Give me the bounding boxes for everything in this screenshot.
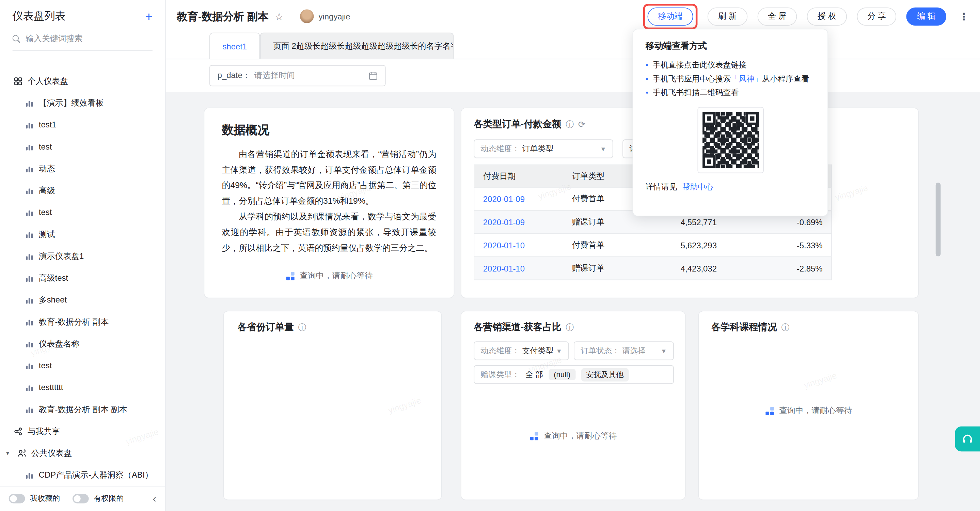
loading-icon [530,431,539,441]
collapse-sidebar-button[interactable]: ‹ [153,493,156,504]
sidebar-item[interactable]: 高级test [0,267,165,289]
permitted-toggle[interactable] [73,494,89,503]
table-cell: 付费首单 [563,187,638,210]
tab-page2[interactable]: 页面 2超级长超级长超级超级超级超级长的名字名字民资 [260,32,454,59]
info-icon[interactable]: ⓘ [566,322,574,333]
sidebar-item[interactable]: test [0,201,165,223]
loading-indicator: 查询中，请耐心等待 [461,430,685,441]
scrollbar-thumb[interactable] [936,183,941,256]
dashboard-content: 数据概况 由各营销渠道的订单金额表现来看，“营销活动”仍为主体渠道，获得效果较好… [165,92,980,511]
sidebar-item-label: 动态 [39,163,55,174]
dimension-dropdown[interactable]: 动态维度： 订单类型 ▼ [474,139,613,158]
gift-option-other[interactable]: 安抚及其他 [581,368,628,381]
sidebar-item[interactable]: 教育-数据分析 副本 [0,311,165,333]
sidebar-item[interactable]: test [0,355,165,376]
gift-type-filter[interactable]: 赠课类型： 全 部 (null) 安抚及其他 [474,365,673,384]
sidebar-item[interactable]: 动态 [0,158,165,180]
help-button[interactable] [955,427,980,451]
sidebar-item[interactable]: 高级 [0,180,165,201]
help-center-link[interactable]: 帮助中心 [682,183,713,191]
table-row: 2020-01-10 赠课订单 4,423,032 -2.85% [474,256,832,280]
overview-card: 数据概况 由各营销渠道的订单金额表现来看，“营销活动”仍为主体渠道，获得效果较好… [204,108,454,298]
sidebar-item[interactable]: 测试 [0,223,165,245]
date-picker[interactable]: p_date： 请选择时间 [209,65,386,86]
sidebar-item[interactable]: 演示仪表盘1 [0,245,165,267]
section-label: 公共仪表盘 [31,447,72,458]
sidebar-item[interactable]: 仪表盘名称 [0,333,165,354]
chart-icon [25,470,34,479]
bullet-icon: • [646,58,648,72]
column-header: 付费日期 [474,165,563,187]
share-button[interactable]: 分 享 [857,7,897,25]
dimension-dropdown[interactable]: 动态维度： 支付类型 ▼ [474,341,569,360]
table-cell: -5.33% [725,234,832,257]
province-card: 各省份订单量 ⓘ [223,311,442,500]
bullet-icon: • [646,72,648,86]
add-dashboard-button[interactable]: + [145,10,152,22]
page-title: 教育-数据分析 副本 [177,9,268,24]
popover-title: 移动端查看方式 [646,41,815,52]
dropdown-value: 请选择 [622,345,646,356]
chart-icon [25,230,34,239]
sidebar-section-shared[interactable]: 与我共享 [0,420,165,442]
refresh-button[interactable]: 刷 新 [708,7,748,25]
gift-option-all[interactable]: 全 部 [525,369,543,380]
date-link[interactable]: 2020-01-10 [474,234,563,257]
search-icon [13,35,21,43]
date-link[interactable]: 2020-01-10 [474,256,563,280]
mobile-button[interactable]: 移动端 [648,7,693,25]
sidebar-item[interactable]: test [0,135,165,158]
date-link[interactable]: 2020-01-09 [474,210,563,234]
sidebar-item-label: 教育-数据分析 副本 副本 [39,404,127,415]
headset-icon [961,433,974,445]
loading-indicator: 查询中，请耐心等待 [699,405,918,416]
fullscreen-button[interactable]: 全 屏 [757,7,797,25]
sidebar-item[interactable]: 【演示】绩效看板 [0,92,165,114]
bullet-text: 手机飞书扫描二维码查看 [653,86,738,99]
authorize-button[interactable]: 授 权 [807,7,847,25]
tab-sheet1[interactable]: sheet1 [209,32,260,59]
refresh-icon[interactable]: ⟳ [578,119,586,129]
chart-icon [25,339,34,348]
overview-paragraph: 从学科的预约以及到课情况来看，数学与语文为最受欢迎的学科。由于英语教师资源的紧张… [222,210,436,256]
sidebar-item-label: 教育-数据分析 副本 [39,316,109,327]
sidebar-item[interactable]: CDP产品演示-人群洞察（ABI） [0,464,165,486]
search-input[interactable]: 输入关键词搜索 [13,33,153,51]
gift-option-null[interactable]: (null) [549,369,576,380]
sidebar-item[interactable]: test1 [0,114,165,135]
card-title: 各省份订单量 [237,321,294,333]
fengshen-link[interactable]: 「风神」 [731,74,762,83]
header-actions: 移动端 刷 新 全 屏 授 权 分 享 编 辑 ⋮ [643,3,972,29]
sidebar-item-label: 【演示】绩效看板 [39,97,104,108]
user-name: yingyajie [319,11,350,21]
sidebar-section-public[interactable]: ▾ 公共仪表盘 [0,442,165,464]
sidebar-item-label: 高级 [39,185,55,196]
sidebar-item-label: test1 [39,120,57,129]
filter-bar: p_date： 请选择时间 [165,59,980,92]
info-icon[interactable]: ⓘ [781,322,789,333]
edit-button[interactable]: 编 辑 [907,7,946,25]
date-link[interactable]: 2020-01-09 [474,187,563,210]
sidebar-item-label: testttttt [39,382,63,392]
date-placeholder: 请选择时间 [255,70,295,81]
date-label: p_date： [218,70,251,81]
top-bar: 教育-数据分析 副本 ☆ yingyajie 移动端 刷 新 全 屏 授 权 分… [165,0,980,32]
qr-finder [702,155,716,168]
chart-icon [25,186,34,195]
bullet-text: 手机飞书应用中心搜索「风神」从小程序查看 [653,72,809,86]
sidebar-item[interactable]: 多sheet [0,289,165,311]
favorites-toggle[interactable] [9,494,25,503]
sidebar-item-label: 高级test [39,272,68,283]
sidebar-section-personal[interactable]: 个人仪表盘 [0,70,165,92]
more-menu-icon[interactable]: ⋮ [956,10,971,22]
sidebar-item[interactable]: 教育-数据分析 副本 副本 [0,398,165,420]
sidebar-item[interactable]: testttttt [0,376,165,398]
order-status-dropdown[interactable]: 订单状态： 请选择 ▼ [574,341,674,360]
sidebar-title: 仪表盘列表 [13,9,66,23]
list-item: • 手机直接点击此仪表盘链接 [646,58,815,72]
table-cell: -2.85% [725,256,832,280]
favorites-label: 我收藏的 [30,493,60,504]
info-icon[interactable]: ⓘ [566,119,574,130]
info-icon[interactable]: ⓘ [298,322,307,333]
star-icon[interactable]: ☆ [275,10,284,22]
